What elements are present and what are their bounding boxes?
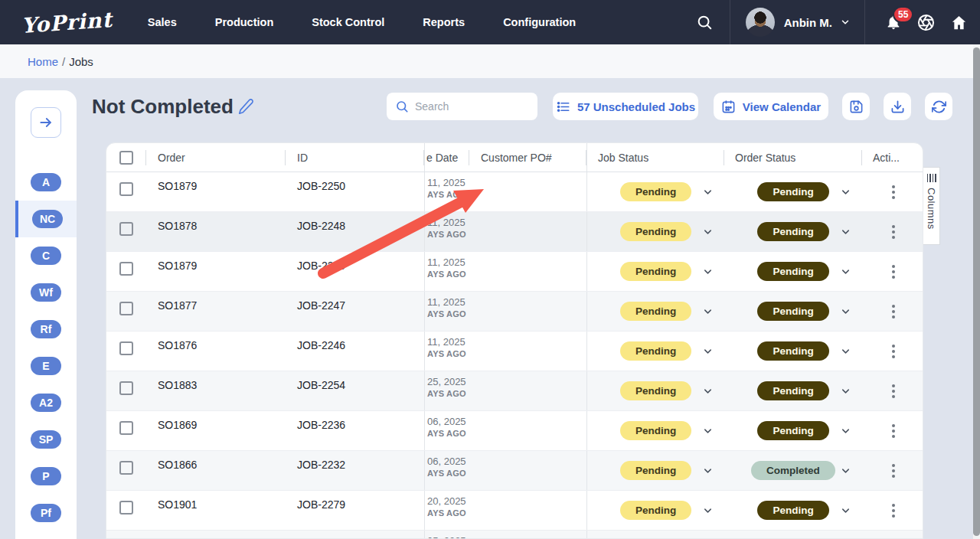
job-id-cell[interactable]: JOB-2279: [286, 491, 424, 530]
nav-item-stock-control[interactable]: Stock Control: [312, 16, 384, 28]
home-icon[interactable]: [950, 14, 968, 31]
order-cell[interactable]: SO1879: [146, 172, 286, 211]
user-name[interactable]: Anbin M.: [784, 16, 832, 29]
sidebar-item-sp[interactable]: SP: [15, 421, 77, 458]
sidebar-item-p[interactable]: P: [15, 458, 77, 495]
kebab-menu-icon[interactable]: [889, 341, 898, 361]
chevron-down-icon[interactable]: [702, 186, 714, 198]
chevron-down-icon[interactable]: [840, 186, 851, 198]
select-all-checkbox[interactable]: [119, 151, 133, 165]
job-status-badge[interactable]: Pending: [620, 501, 691, 520]
col-header-date[interactable]: e Date: [424, 143, 469, 172]
chevron-down-icon[interactable]: [840, 266, 851, 277]
nav-item-reports[interactable]: Reports: [423, 16, 465, 28]
col-header-actions[interactable]: Acti...: [862, 143, 923, 172]
bell-icon[interactable]: 55: [885, 14, 902, 31]
job-status-badge[interactable]: Pending: [620, 182, 691, 201]
chevron-down-icon[interactable]: [840, 17, 851, 28]
order-status-badge[interactable]: Pending: [757, 302, 828, 321]
job-id-cell[interactable]: JOB-2247: [286, 292, 424, 331]
kebab-menu-icon[interactable]: [889, 302, 898, 322]
order-cell[interactable]: SO1877: [146, 292, 286, 331]
download-button[interactable]: [884, 93, 911, 120]
chevron-down-icon[interactable]: [702, 505, 714, 516]
sidebar-item-c[interactable]: C: [15, 237, 77, 274]
kebab-menu-icon[interactable]: [889, 222, 898, 242]
sidebar-item-rf[interactable]: Rf: [15, 311, 77, 348]
chevron-down-icon[interactable]: [840, 465, 851, 476]
order-cell[interactable]: SO1869: [146, 411, 286, 450]
kebab-menu-icon[interactable]: [889, 182, 898, 202]
order-status-badge[interactable]: Pending: [757, 421, 828, 440]
search-input[interactable]: [415, 100, 522, 113]
order-status-badge[interactable]: Pending: [757, 182, 828, 201]
col-header-customer-po[interactable]: Customer PO#: [469, 143, 586, 172]
col-header-job-status[interactable]: Job Status: [586, 143, 724, 172]
row-checkbox[interactable]: [119, 262, 133, 276]
order-cell[interactable]: SO1878: [146, 212, 286, 251]
columns-panel-tab[interactable]: Columns: [923, 167, 940, 245]
row-checkbox[interactable]: [119, 421, 133, 435]
order-cell[interactable]: SO1876: [146, 332, 286, 371]
chevron-down-icon[interactable]: [840, 505, 851, 516]
chevron-down-icon[interactable]: [702, 266, 714, 277]
page-scrollbar[interactable]: [973, 44, 980, 539]
row-checkbox[interactable]: [119, 461, 133, 475]
nav-item-sales[interactable]: Sales: [148, 16, 177, 28]
chevron-down-icon[interactable]: [702, 305, 714, 317]
chevron-down-icon[interactable]: [840, 226, 851, 237]
row-checkbox[interactable]: [119, 302, 133, 315]
kebab-menu-icon[interactable]: [889, 421, 898, 441]
edit-pencil-icon[interactable]: [237, 98, 254, 115]
chevron-down-icon[interactable]: [702, 385, 714, 397]
kebab-menu-icon[interactable]: [889, 461, 898, 481]
job-status-badge[interactable]: Pending: [620, 381, 691, 400]
kebab-menu-icon[interactable]: [889, 501, 898, 521]
row-checkbox[interactable]: [119, 341, 133, 355]
job-status-badge[interactable]: Pending: [620, 461, 691, 480]
order-status-badge[interactable]: Pending: [757, 262, 828, 281]
chevron-down-icon[interactable]: [840, 305, 851, 317]
nav-item-configuration[interactable]: Configuration: [503, 16, 576, 28]
refresh-button[interactable]: [925, 93, 952, 120]
row-checkbox[interactable]: [119, 501, 133, 514]
order-cell[interactable]: SO1866: [146, 451, 286, 490]
job-status-badge[interactable]: Pending: [620, 341, 691, 361]
unscheduled-jobs-button[interactable]: 57 Unscheduled Jobs: [553, 93, 698, 120]
kebab-menu-icon[interactable]: [889, 381, 898, 401]
row-checkbox[interactable]: [119, 222, 133, 236]
avatar[interactable]: [746, 8, 775, 37]
job-id-cell[interactable]: JOB-2285: [286, 531, 424, 539]
chevron-down-icon[interactable]: [702, 465, 714, 476]
search-icon[interactable]: [696, 14, 713, 31]
job-status-badge[interactable]: Pending: [620, 302, 691, 321]
sidebar-item-e[interactable]: E: [15, 348, 77, 384]
job-status-badge[interactable]: Pending: [620, 421, 691, 440]
col-header-id[interactable]: ID: [286, 143, 424, 172]
order-status-badge[interactable]: Completed: [751, 461, 835, 480]
job-status-badge[interactable]: Pending: [620, 262, 691, 281]
job-status-badge[interactable]: Pending: [620, 222, 691, 241]
job-id-cell[interactable]: JOB-2248: [286, 212, 424, 251]
order-cell[interactable]: SO1883: [146, 371, 286, 410]
sidebar-item-a2[interactable]: A2: [15, 384, 77, 421]
nav-item-production[interactable]: Production: [215, 16, 274, 28]
col-header-order-status[interactable]: Order Status: [724, 143, 862, 172]
job-id-cell[interactable]: JOB-2254: [286, 371, 424, 410]
sidebar-item-nc[interactable]: NC: [15, 201, 77, 237]
yoprint-logo[interactable]: YoPrint: [21, 7, 113, 37]
scrollbar-thumb[interactable]: [973, 47, 980, 536]
chevron-down-icon[interactable]: [702, 425, 714, 436]
order-status-badge[interactable]: Pending: [757, 501, 828, 520]
job-id-cell[interactable]: JOB-2236: [286, 411, 424, 450]
sidebar-item-a[interactable]: A: [15, 164, 77, 201]
chevron-down-icon[interactable]: [702, 345, 714, 357]
chevron-down-icon[interactable]: [840, 345, 851, 357]
job-id-cell[interactable]: JOB-2249: [286, 252, 424, 291]
view-calendar-button[interactable]: View Calendar: [714, 93, 828, 120]
aperture-icon[interactable]: [917, 14, 935, 31]
breadcrumb-home-link[interactable]: Home: [28, 55, 58, 68]
kebab-menu-icon[interactable]: [889, 262, 898, 282]
job-id-cell[interactable]: JOB-2246: [286, 332, 424, 371]
job-id-cell[interactable]: JOB-2232: [286, 451, 424, 490]
